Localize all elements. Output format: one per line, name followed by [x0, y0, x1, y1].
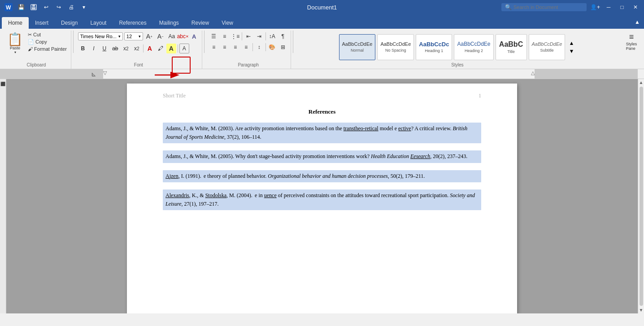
svg-rect-3	[32, 4, 35, 7]
undo-icon[interactable]: ↩	[41, 2, 51, 12]
paragraph-label: Paragraph	[238, 62, 259, 69]
tab-view[interactable]: View	[215, 17, 239, 29]
minimize-icon[interactable]: ─	[604, 2, 614, 12]
vertical-scrollbar[interactable]: ▲ ▼	[638, 79, 644, 313]
ribbon-tabs: Home Insert Design Layout References Mai…	[0, 14, 644, 29]
sort-button[interactable]: ↕A	[267, 31, 277, 41]
decrease-indent-button[interactable]: ⇤	[244, 31, 253, 41]
format-painter-button[interactable]: 🖌 Format Painter	[26, 46, 68, 52]
style-no-spacing[interactable]: AaBbCcDdEe No Spacing	[377, 34, 414, 60]
save-icon[interactable]	[29, 2, 39, 12]
restore-icon[interactable]: □	[617, 2, 627, 12]
italic-button[interactable]: I	[89, 44, 99, 53]
copy-button[interactable]: 📄 Copy	[26, 39, 68, 45]
tab-review[interactable]: Review	[185, 17, 215, 29]
scrollbar-up-button[interactable]: ▲	[639, 79, 644, 86]
text-effects-button[interactable]: A	[189, 31, 199, 41]
tab-insert[interactable]: Insert	[29, 17, 55, 29]
align-center-button[interactable]: ≡	[220, 42, 230, 52]
paste-dropdown[interactable]: ▾	[14, 50, 16, 54]
styles-scroll-up-button[interactable]: ▲	[569, 40, 574, 46]
justify-button[interactable]: ≡	[241, 42, 251, 52]
change-case-button[interactable]: Aa	[167, 31, 177, 41]
font-family-selector[interactable]: Times New Ro... ▾	[78, 32, 123, 40]
style-normal-label: Normal	[351, 48, 364, 53]
scrollbar-thumb[interactable]	[640, 87, 643, 306]
reference-4: Alexandris, K., & Stodolska, M. (2004). …	[163, 189, 481, 210]
styles-pane-button[interactable]: ≡ StylesPane	[623, 31, 640, 52]
tab-references[interactable]: References	[113, 17, 152, 29]
cut-button[interactable]: ✂ Cut	[26, 31, 68, 38]
search-box[interactable]: 🔍	[501, 3, 587, 11]
para-sep4	[265, 43, 266, 51]
multilevel-list-button[interactable]: ⋮≡	[231, 31, 240, 41]
style-normal-preview: AaBbCcDdEe	[342, 41, 373, 47]
subscript-button[interactable]: x2	[121, 44, 131, 53]
add-account-icon[interactable]: 👤+	[590, 2, 600, 12]
style-normal[interactable]: AaBbCcDdEe Normal	[339, 34, 376, 60]
ref4-link2: Stodolska	[205, 192, 226, 198]
styles-label: Styles	[451, 62, 463, 69]
clear-format-button[interactable]: abc✕	[178, 31, 188, 41]
document-container[interactable]: Short Title 1 References Adams, J., & Wh…	[6, 79, 638, 313]
bold-button[interactable]: B	[78, 44, 88, 53]
reference-2: Adams, J., & White, M. (2005). Why don't…	[163, 150, 481, 163]
style-heading1-preview: AaBbCcDc	[419, 41, 449, 48]
header-page-number: 1	[479, 93, 481, 99]
indent-marker-right[interactable]: △	[531, 70, 535, 76]
bullets-button[interactable]: ☰	[209, 31, 219, 41]
tab-mailings[interactable]: Mailings	[153, 17, 185, 29]
tab-design[interactable]: Design	[55, 17, 84, 29]
style-heading1[interactable]: AaBbCcDc Heading 1	[416, 34, 452, 60]
paste-button[interactable]: 📋 Paste ▾	[4, 31, 26, 62]
style-title[interactable]: AaBbC Title	[496, 34, 527, 60]
ref1-journal: British Journal of Sports Medicine,	[165, 125, 467, 140]
underline-button[interactable]: U	[100, 44, 109, 53]
borders-button[interactable]: ⊞	[278, 42, 288, 52]
show-paragraph-button[interactable]: ¶	[278, 31, 288, 41]
shading-button[interactable]: A	[166, 44, 176, 53]
numbering-button[interactable]: ≡	[220, 31, 230, 41]
align-left-button[interactable]: ≡	[209, 42, 219, 52]
font-label: Font	[134, 62, 143, 69]
tab-stop-area[interactable]: ⊾	[84, 69, 103, 79]
tab-home[interactable]: Home	[2, 17, 29, 29]
quick-access-toolbar: W 💾 ↩ ↪ 🖨 ▾	[4, 2, 89, 12]
font-size-selector[interactable]: 12 ▾	[124, 32, 143, 40]
ribbon: 📋 Paste ▾ ✂ Cut 📄 Copy 🖌 Format Painter …	[0, 29, 644, 69]
redo-icon[interactable]: ↪	[54, 2, 64, 12]
document-header: Short Title 1	[127, 84, 517, 104]
separator3	[293, 31, 293, 53]
style-subtitle[interactable]: AaBbCcDdEe Subtitle	[529, 34, 566, 60]
style-heading2[interactable]: AaBbCcDdEe Heading 2	[454, 34, 493, 60]
close-icon[interactable]: ✕	[631, 2, 640, 12]
shading-para-button[interactable]: 🎨	[267, 42, 277, 52]
ref4-link1: Alexandris	[165, 192, 189, 198]
ribbon-collapse-icon[interactable]: ▲	[632, 17, 642, 27]
more-icon[interactable]: ▾	[79, 2, 89, 12]
ref4-link3: uence	[264, 192, 277, 198]
indent-marker-left[interactable]: ▽	[103, 70, 107, 76]
save-to-cloud-icon[interactable]: 💾	[16, 2, 26, 12]
reference-1: Adams, J., & White, M. (2003). Are activ…	[163, 123, 481, 143]
left-vertical-bar: ⬛	[0, 79, 6, 313]
strikethrough-button[interactable]: ab	[110, 44, 120, 53]
line-spacing-button[interactable]: ↕	[254, 42, 264, 52]
increase-indent-button[interactable]: ⇥	[254, 31, 264, 41]
tab-layout[interactable]: Layout	[84, 17, 113, 29]
align-right-button[interactable]: ≡	[231, 42, 240, 52]
style-heading2-label: Heading 2	[465, 48, 483, 53]
search-input[interactable]	[513, 4, 576, 10]
grow-font-button[interactable]: A+	[144, 31, 154, 41]
highlight-button[interactable]: 🖍	[156, 44, 165, 53]
scrollbar-down-button[interactable]: ▼	[639, 307, 644, 313]
tab-stop-icon: ⊾	[91, 70, 96, 78]
style-heading2-preview: AaBbCcDdEe	[457, 41, 490, 47]
styles-scroll-down-button[interactable]: ▼	[569, 48, 574, 54]
document-content: References Adams, J., & White, M. (2003)…	[127, 104, 517, 231]
print-icon[interactable]: 🖨	[66, 2, 76, 12]
font-color-button[interactable]: A	[145, 44, 155, 53]
text-border-button[interactable]: A	[179, 44, 189, 53]
shrink-font-button[interactable]: A−	[156, 31, 165, 41]
superscript-button[interactable]: x2	[132, 44, 142, 53]
